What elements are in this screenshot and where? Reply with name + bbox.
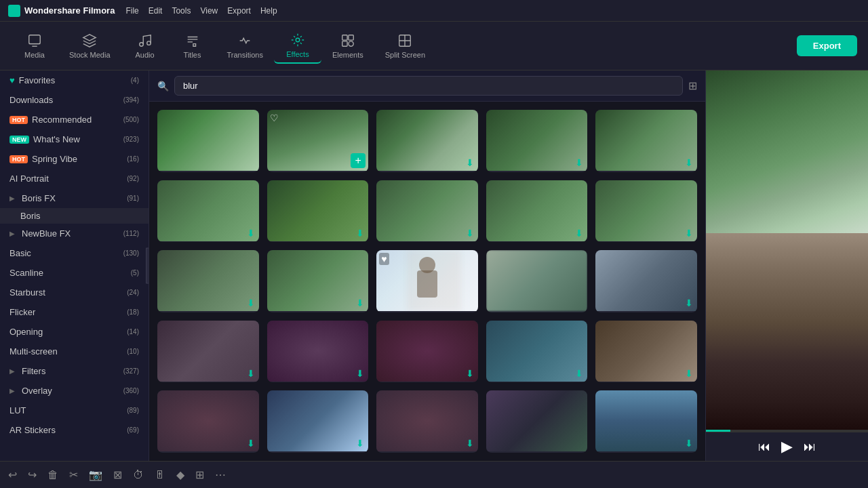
sidebar-basic-count: (130)	[123, 249, 139, 257]
next-button[interactable]: ⏭	[804, 440, 816, 454]
search-icon: 🔍	[157, 81, 169, 92]
redo-button[interactable]: ↪	[28, 468, 37, 481]
toolbar-titles[interactable]: Titles	[169, 29, 216, 63]
sidebar-item-filters[interactable]: ▶ Filters (327)	[0, 361, 149, 381]
effect-card-scanline-blur[interactable]: ⬇ ScanLine Blur	[486, 321, 588, 383]
toolbar-split[interactable]: Split Screen	[374, 29, 436, 63]
sidebar-item-lut[interactable]: LUT (89)	[0, 401, 149, 420]
effect-thumb-square: ⬇	[595, 321, 697, 382]
effect-card-direction[interactable]: ♥ Direction blur	[376, 250, 478, 312]
sidebar-item-ar[interactable]: AR Stickers (69)	[0, 420, 149, 440]
transitions-icon	[237, 33, 252, 48]
crop-button[interactable]: ⊞	[195, 468, 204, 481]
sidebar-boris-sub: Boris	[0, 208, 149, 224]
delete-button[interactable]: 🗑	[47, 469, 58, 481]
effect-card-bokeh8[interactable]: ⬇ Bokeh Blur 8	[267, 250, 369, 312]
toolbar-transitions[interactable]: Transitions	[216, 29, 274, 63]
effect-thumb-updown	[486, 390, 588, 451]
effect-card-amplash[interactable]: ⬇ AmPlash	[376, 390, 478, 453]
more-button[interactable]: ⋯	[215, 468, 226, 481]
speed-button[interactable]: ⏱	[133, 469, 144, 481]
effect-card-bokeh3[interactable]: ⬇ Bokeh Blur 3	[376, 110, 478, 172]
effect-thumb-bokeh10: ⬇	[595, 110, 697, 171]
effect-card-bokeh4[interactable]: ⬇ Bokeh Blur 4	[486, 180, 588, 243]
sidebar-item-boris-fx[interactable]: ▶ Boris FX (91)	[0, 188, 149, 208]
effect-card-bokeh6[interactable]: ⬇ Bokeh Blur 6	[376, 180, 478, 243]
toolbar-effects-label: Effects	[286, 50, 309, 58]
toolbar-media[interactable]: Media	[11, 29, 58, 63]
toolbar-effects[interactable]: Effects	[274, 28, 321, 64]
effect-card-tilt[interactable]: ⬇ Tilt-shift Linear	[267, 390, 369, 453]
effect-card-btoc[interactable]: ⬇ Blur to Clear	[157, 390, 259, 453]
add-button-blur2[interactable]: +	[351, 153, 366, 168]
detach-button[interactable]: ⊠	[113, 468, 122, 481]
hot-badge-spring: HOT	[9, 155, 28, 163]
audio-icon	[138, 33, 153, 48]
toolbar-elements[interactable]: Elements	[321, 29, 374, 63]
sidebar-basic-label: Basic	[9, 248, 31, 258]
menu-help[interactable]: Help	[260, 6, 277, 16]
effect-card-blur[interactable]: Blur	[157, 110, 259, 172]
sidebar-item-ai-portrait[interactable]: AI Portrait (92)	[0, 169, 149, 188]
menu-edit[interactable]: Edit	[149, 6, 163, 16]
snapshot-button[interactable]: 📷	[89, 468, 102, 481]
sidebar-item-whats-new[interactable]: NEW What's New (923)	[0, 129, 149, 149]
sidebar-whatsnew-count: (923)	[123, 136, 139, 143]
effect-card-desfoque[interactable]: ⬇ Desenfoque de bokeh...	[267, 180, 369, 243]
effect-card-blur2[interactable]: ♡ + Blur 2	[267, 110, 369, 172]
sidebar-item-multi[interactable]: Multi-screen (10)	[0, 342, 149, 361]
effect-label-bokeh4: Bokeh Blur 4	[486, 241, 588, 243]
effect-card-rotate[interactable]: ⬇ Rotate Blur	[376, 321, 478, 383]
play-button[interactable]: ▶	[781, 438, 793, 455]
sidebar-item-favorites[interactable]: ♥ Favorites (4)	[0, 70, 149, 90]
sidebar-filters-count: (327)	[123, 367, 139, 375]
effect-card-bokeh10[interactable]: ⬇ Bokeh Blur 10	[595, 110, 697, 172]
effect-card-basic-blur[interactable]: Basic Blur	[486, 250, 588, 312]
toolbar-titles-label: Titles	[184, 51, 201, 59]
favorite-button-blur2[interactable]: ♡	[270, 113, 279, 123]
sidebar-item-starburst[interactable]: Starburst (24)	[0, 283, 149, 302]
download-icon-grainy: ⬇	[247, 368, 255, 379]
effect-card-explosion[interactable]: ⬇ Blue Explosion	[595, 390, 697, 453]
top-menu-bar: Wondershare Filmora File Edit Tools View…	[0, 0, 868, 22]
keyframe-button[interactable]: ◆	[176, 468, 184, 481]
sidebar-item-spring-vibe[interactable]: HOT Spring Vibe (16)	[0, 149, 149, 169]
effect-card-grainy[interactable]: ⬇ Grainy Blur	[157, 321, 259, 383]
effect-card-square[interactable]: ⬇ Square Blur	[595, 321, 697, 383]
effect-card-bokeh2[interactable]: ⬇ Bokeh Blur 2	[157, 250, 259, 312]
effect-thumb-blur	[157, 110, 259, 171]
export-button[interactable]: Export	[797, 35, 857, 56]
download-icon-square: ⬇	[685, 368, 693, 379]
effect-card-updown[interactable]: Up-Down 2	[486, 390, 588, 453]
effect-card-bokeh9[interactable]: ⬇ Bokeh Blur 9	[157, 180, 259, 243]
effect-card-slant[interactable]: ⬇ Slant Blur	[595, 250, 697, 312]
menu-tools[interactable]: Tools	[172, 6, 191, 16]
menu-view[interactable]: View	[200, 6, 218, 16]
sidebar-item-overlay[interactable]: ▶ Overlay (360)	[0, 381, 149, 401]
effect-card-bokeh1[interactable]: ⬇ Bokeh Blur 1	[486, 110, 588, 172]
toolbar-stock[interactable]: Stock Media	[58, 29, 121, 63]
sidebar-item-newblue[interactable]: ▶ NewBlue FX (112)	[0, 224, 149, 243]
sidebar-item-scanline[interactable]: Scanline (5)	[0, 263, 149, 283]
download-icon-bokeh1: ⬇	[575, 157, 583, 168]
menu-file[interactable]: File	[125, 6, 138, 16]
effect-card-bokeh5[interactable]: ⬇ Bokeh Blur 5	[595, 180, 697, 243]
sidebar-item-flicker[interactable]: Flicker (18)	[0, 302, 149, 322]
effect-label-blur2: Blur 2	[267, 171, 369, 172]
toolbar-audio[interactable]: Audio	[121, 29, 169, 63]
sidebar-item-basic[interactable]: Basic (130)	[0, 243, 149, 263]
effect-card-dispersion[interactable]: ⬇ Dispersion Blur	[267, 321, 369, 383]
search-input[interactable]	[174, 76, 683, 96]
effect-label-bokeh2: Bokeh Blur 2	[157, 311, 259, 312]
effect-thumb-bokeh6: ⬇	[376, 180, 478, 241]
undo-button[interactable]: ↩	[8, 468, 17, 481]
prev-button[interactable]: ⏮	[758, 440, 770, 454]
download-icon-bokeh8: ⬇	[356, 298, 364, 308]
sidebar-item-recommended[interactable]: HOT Recommended (500)	[0, 110, 149, 129]
sidebar-item-opening[interactable]: Opening (14)	[0, 322, 149, 342]
grid-toggle-icon[interactable]: ⊞	[688, 79, 697, 92]
sidebar-item-downloads[interactable]: Downloads (394)	[0, 90, 149, 110]
menu-export[interactable]: Export	[227, 6, 251, 16]
audio-edit-button[interactable]: 🎚	[155, 469, 165, 481]
cut-button[interactable]: ✂	[69, 468, 78, 481]
